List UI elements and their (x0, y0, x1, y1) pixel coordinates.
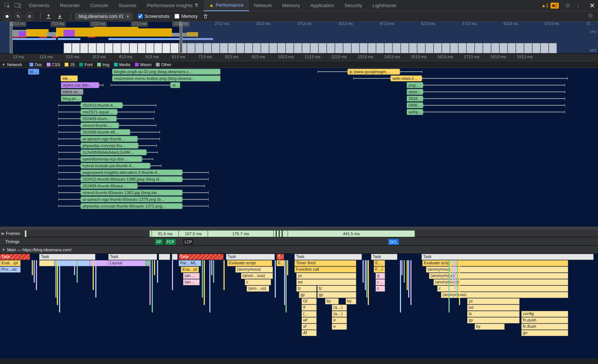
network-request-bar[interactable]: ide… (61, 75, 78, 81)
download-icon[interactable] (56, 12, 64, 21)
screenshots-checkbox[interactable]: Screenshots (138, 14, 170, 19)
network-request-bar[interactable]: xtrend-thumb-… (81, 122, 119, 128)
flame-bar[interactable]: (an…s) (183, 273, 200, 279)
device-toolbar-icon[interactable] (13, 1, 22, 10)
flame-bar[interactable]: fn.flush (521, 324, 568, 330)
network-request-bar[interactable]: phpwebp-concept-thumb-80xauto-1372.png… (81, 203, 182, 209)
frame-segment[interactable] (274, 230, 276, 237)
flame-bar[interactable]: (anonymous) (235, 267, 273, 273)
flame-bar[interactable]: T… (277, 254, 284, 260)
memory-input[interactable] (175, 14, 179, 19)
flame-bar[interactable]: Task (295, 254, 362, 260)
flame-bar[interactable]: yz (467, 298, 520, 304)
collapse-triangle-icon[interactable]: ▶ (1, 231, 4, 236)
network-request-bar[interactable]: phpwebp-concept-thu… (81, 143, 138, 149)
filmstrip-thumb[interactable] (80, 43, 88, 53)
close-icon[interactable]: ✕ (589, 1, 595, 10)
frames-header[interactable]: ▶ Frames 91.6 ms107.5 ms175.7 ms441.5 ms (0, 229, 598, 237)
network-request-bar[interactable]: 202409-thumb-80xaut… (81, 183, 138, 189)
flame-bar[interactable]: E… (277, 260, 284, 266)
flame-bar[interactable]: Function call (295, 267, 356, 273)
flame-bar[interactable]: wz (296, 279, 356, 285)
filmstrip-thumb[interactable] (113, 43, 121, 53)
network-request-bar[interactable]: me2021-squar… (81, 109, 117, 115)
frame-segment[interactable] (283, 230, 288, 237)
network-request-bar[interactable]: styles.css (blo… (61, 82, 99, 88)
network-request-bar[interactable]: 1c2efd59b64a54adc2e9f4… (81, 149, 147, 155)
tab-performance[interactable]: ▲Performance (204, 0, 249, 11)
collapse-triangle-icon[interactable]: ▼ (1, 62, 6, 67)
flame-bar[interactable]: (anonymous) (434, 279, 568, 285)
network-request-bar[interactable]: web-vitals.ii… (391, 75, 422, 81)
filmstrip-thumb[interactable] (96, 43, 105, 53)
flame-bar[interactable]: xf (302, 324, 317, 330)
memory-checkbox[interactable]: Memory (175, 14, 197, 19)
tab-security[interactable]: Security (339, 0, 367, 11)
network-request-bar[interactable]: 2018… (407, 96, 423, 102)
flame-bar[interactable]: Evaluate script (227, 260, 272, 266)
network-request-bar[interactable]: 202410-thumb-4… (81, 102, 123, 108)
frames-lane[interactable]: 91.6 ms107.5 ms175.7 ms441.5 ms (25, 230, 598, 238)
flame-bar[interactable] (172, 254, 178, 260)
network-request-bar[interactable]: pagespeed-insights-allocation-2-thumb-4… (81, 169, 182, 175)
flame-bar[interactable]: (anonymous) (441, 292, 568, 298)
flame-bar[interactable]: Af (302, 330, 317, 336)
flame-bar[interactable]: (anonymous) (426, 267, 568, 273)
network-request-bar[interactable]: webp… (407, 109, 423, 115)
flame-bar[interactable]: r…y (376, 279, 385, 285)
capture-settings-icon[interactable] (588, 13, 594, 20)
filmstrip-thumb[interactable] (88, 43, 96, 53)
main-header[interactable]: ▼ Main — https://blog.ideamans.com/ (0, 246, 598, 254)
filmstrip-thumb[interactable] (154, 43, 162, 53)
flame-bar[interactable]: wz (467, 305, 520, 311)
collapse-triangle-icon[interactable]: ▼ (1, 248, 6, 252)
flame-bar[interactable] (159, 254, 170, 260)
flame-bar[interactable]: (ano…us) (247, 286, 269, 292)
tab-performance-insights[interactable]: Performance insights ⚗ (142, 0, 204, 11)
tab-console[interactable]: Console (85, 0, 114, 11)
flame-bar[interactable]: c (245, 279, 271, 285)
flame-bar[interactable] (146, 260, 150, 266)
record-button[interactable] (3, 12, 11, 21)
frame-segment[interactable]: 107.5 ms (179, 230, 208, 237)
network-request-bar[interactable]: 202409-thum… (81, 116, 117, 122)
flame-bar[interactable]: Eval…ipt (0, 260, 21, 266)
flame-bar[interactable]: Par…ML (179, 260, 201, 266)
flame-bar[interactable] (39, 260, 54, 266)
flame-bar[interactable]: tz (296, 286, 317, 292)
flame-bar[interactable]: e (332, 317, 347, 323)
main-flame-chart[interactable]: TaskEval…iptPro…adTaskLayoutTaskTaskPar…… (0, 254, 598, 358)
flame-bar[interactable]: by (346, 298, 356, 304)
network-request-bar[interactable]: png-… (407, 82, 423, 88)
flame-bar[interactable]: If (302, 305, 317, 311)
flame-bar[interactable]: Pro…ad (0, 267, 21, 273)
flame-bar[interactable]: (anon…ous) (241, 273, 273, 279)
filmstrip-thumb[interactable] (64, 43, 72, 53)
frame-segment[interactable]: 441.5 ms (288, 230, 415, 237)
upload-icon[interactable] (44, 12, 53, 21)
network-request-bar[interactable]: st… (170, 82, 180, 88)
timing-marker-fp[interactable]: FP (155, 239, 163, 245)
flame-bar[interactable]: by (325, 298, 339, 304)
flame-bar[interactable]: Task (422, 254, 594, 260)
reload-record-button[interactable]: ↻ (14, 12, 22, 21)
network-request-bar[interactable]: 202410-thumb-80xauto-1386.jpeg (blog.id… (81, 176, 182, 182)
tab-recorder[interactable]: Recorder (55, 0, 85, 11)
flame-bar[interactable]: gy (317, 292, 356, 298)
flame-bar[interactable]: (a…) (332, 311, 347, 317)
filmstrip-thumb[interactable] (138, 43, 146, 53)
timing-marker-fcp[interactable]: FCP (165, 239, 176, 245)
clear-button[interactable]: ⊘ (25, 12, 34, 21)
timings-header[interactable]: Timings FPFCPLCPDCL (0, 237, 598, 246)
network-request-bar[interactable]: hybrid-include-psi-thumb-4… (81, 163, 150, 169)
flame-bar[interactable]: (… (302, 311, 317, 317)
tab-application[interactable]: Application (305, 0, 339, 11)
network-request-bar[interactable]: bl… (28, 69, 39, 75)
network-request-bar[interactable]: blog.pn… (61, 96, 82, 102)
frame-segment[interactable] (280, 230, 282, 237)
filmstrip-thumb[interactable] (162, 43, 170, 53)
network-lane[interactable]: bl…ide…js (www.googletagm…web-vitals.ii…… (0, 68, 598, 227)
flame-bar[interactable]: F…l (374, 267, 385, 273)
flame-bar[interactable]: (a…) (332, 305, 347, 311)
flame-bar[interactable]: Timer fired (295, 260, 356, 266)
